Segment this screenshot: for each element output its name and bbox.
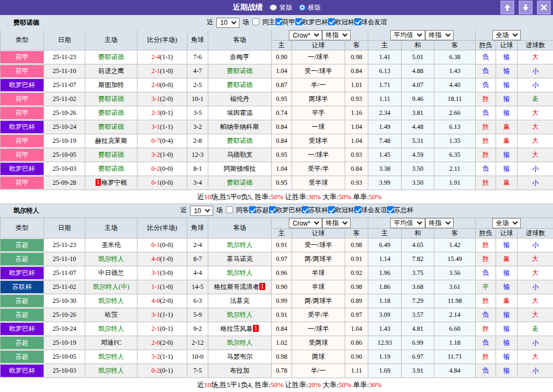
provider-select[interactable]: Crow*	[289, 30, 322, 40]
league-checkbox-0[interactable]	[249, 206, 256, 213]
result-handicap-cell: 输	[496, 266, 518, 280]
result-outcome-cell: 胜	[476, 92, 496, 106]
league-checkbox-5[interactable]	[387, 206, 394, 213]
date-cell: 25-10-05	[44, 350, 85, 364]
match-row: 荷甲25-11-10前进之鹰2-1(1-0)4-7费耶诺德1.04受一/球半0.…	[1, 64, 553, 78]
league-badge: 欧罗巴杯	[1, 267, 43, 279]
odds-home-cell: 0.95	[272, 176, 292, 190]
odds-home-cell: 1.04	[272, 64, 292, 78]
close-icon	[540, 4, 548, 11]
match-row: 苏超25-11-10凯尔特人4-0(1-0)8-7基马诺克0.97两/两球半0.…	[1, 252, 553, 266]
league-checkbox-3[interactable]	[354, 18, 361, 25]
sub-header-9: 主	[368, 229, 402, 238]
full-time-score: 2-3	[151, 109, 160, 117]
full-time-score: 3-1	[151, 95, 160, 103]
away-team-name: 奈梅亨	[230, 53, 250, 61]
provider-final-select[interactable]: 终指	[322, 218, 351, 228]
home-team-name: 凯尔特人	[98, 325, 124, 332]
odds-group-header: Crow*终指	[272, 218, 368, 229]
average-select[interactable]: 平均值	[390, 30, 425, 40]
radio-vertical-dot[interactable]	[270, 4, 277, 11]
match-row: 苏超25-11-23圣米伦0-1(0-0)2-4凯尔特人0.91受一/球半0.9…	[1, 238, 553, 252]
home-team-cell: 斯图加特	[85, 78, 137, 92]
close-button[interactable]	[537, 1, 551, 14]
scope-select[interactable]: 全场	[492, 218, 521, 228]
col-header-4: 角球	[187, 218, 208, 238]
scope-select-value: 全场	[496, 31, 509, 40]
odds-home-cell: 0.98	[272, 350, 292, 364]
match-row: 欧罗巴杯25-10-24费耶诺德3-1(1-1)3-2帕纳辛纳科斯0.84一球1…	[1, 120, 553, 134]
full-time-score: 0-2	[151, 165, 160, 172]
score-cell: 3-1(3-0)	[137, 266, 187, 280]
scope-select[interactable]: 全场	[492, 30, 521, 40]
league-cell: 荷甲	[1, 148, 44, 162]
summary-value: 30%	[308, 193, 321, 201]
score-cell: 3-1(1-1)	[137, 308, 187, 322]
radio-vertical[interactable]: 竖版	[270, 3, 293, 12]
odds-handicap-cell: 受平/半	[292, 162, 345, 176]
match-row: 荷甲25-09-281格罗宁根0-1(0-0)3-4费耶诺德0.95受半球0.9…	[1, 176, 553, 190]
odds-handicap-cell: 两球	[292, 350, 345, 364]
average-select[interactable]: 平均值	[390, 218, 425, 228]
league-checkbox-2[interactable]	[328, 18, 335, 25]
sub-header-14: 进球数	[518, 229, 553, 238]
league-badge: 荷甲	[1, 135, 43, 147]
provider-final-select[interactable]: 终指	[322, 30, 351, 40]
provider-final-select-value: 终指	[326, 219, 339, 228]
provider-select[interactable]: Crow*	[289, 218, 322, 228]
score-cell: 0-2(0-1)	[137, 364, 187, 378]
filter-controls: 近10场同主荷甲欧罗巴杯欧冠杯球会友谊	[0, 18, 553, 28]
league-checkbox-4[interactable]	[354, 206, 361, 213]
half-time-score: (0-4)	[160, 137, 173, 144]
half-time-score: (0-1)	[160, 367, 173, 374]
away-team-name: 格拉斯哥流浪者	[214, 283, 259, 291]
odds-home-cell: 0.91	[272, 238, 292, 252]
home-team-cell: 凯尔特人	[85, 322, 137, 336]
radio-horizontal[interactable]: 横版	[299, 3, 321, 12]
avg-away-cell: 6.13	[434, 120, 476, 134]
match-row: 荷甲25-10-26费耶诺德2-3(0-1)3-5埃因霍温0.74平手1.162…	[1, 106, 553, 120]
avg-draw-cell: 3.81	[402, 106, 434, 120]
average-final-select-value: 终指	[429, 219, 442, 228]
league-checkbox-1[interactable]	[269, 206, 276, 213]
league-cell: 欧罗巴杯	[1, 364, 44, 378]
sub-header-6: 主	[272, 41, 292, 50]
league-cell: 苏超	[1, 238, 44, 252]
full-time-score: 3-1	[151, 269, 160, 277]
result-outcome-cell: 负	[476, 162, 496, 176]
result-outcome-cell: 胜	[476, 148, 496, 162]
away-team-cell: 基马诺克	[208, 252, 272, 266]
half-time-score: (1-0)	[160, 67, 173, 75]
away-team-name: 帕纳辛纳科斯	[221, 123, 259, 130]
odds-handicap-cell: 一/球半	[292, 148, 345, 162]
move-down-button[interactable]	[519, 1, 533, 14]
odds-home-cell: 1.04	[272, 162, 292, 176]
caret-icon	[445, 32, 450, 37]
league-checkbox-3[interactable]	[328, 206, 335, 213]
league-cell: 苏联杯	[1, 280, 44, 294]
summary-line: 近10场,胜5平0负5, 胜率:50% 让胜率:30% 大率:50% 单率:50…	[0, 190, 553, 204]
league-checkbox-1[interactable]	[295, 18, 302, 25]
result-group-header: 全场	[476, 30, 553, 41]
league-checkbox-0[interactable]	[275, 18, 282, 25]
radio-horizontal-dot[interactable]	[299, 4, 305, 11]
avg-home-cell: 1.71	[368, 78, 402, 92]
games-count-select[interactable]: 10	[190, 206, 213, 216]
summary-text: 让胜率:	[283, 381, 308, 389]
average-final-select[interactable]: 终指	[425, 30, 454, 40]
half-time-score: (1-0)	[160, 283, 173, 291]
sub-header-6: 主	[272, 229, 292, 238]
sub-header-7: 让球	[292, 41, 345, 50]
corner-cell: 9-2	[187, 322, 208, 336]
average-final-select[interactable]: 终指	[425, 218, 454, 228]
games-count-select[interactable]: 10	[216, 18, 239, 28]
league-checkbox-2[interactable]	[302, 206, 309, 213]
same-venue-checkbox[interactable]	[252, 18, 259, 25]
filter-controls: 近10场同客苏超欧罗巴杯苏联杯欧冠杯球会友谊苏总杯	[0, 206, 553, 216]
full-time-score: 4-0	[151, 255, 160, 263]
league-badge: 欧罗巴杯	[1, 365, 43, 377]
move-up-button[interactable]	[500, 1, 514, 14]
home-team-cell: 费耶诺德	[85, 120, 137, 134]
same-venue-checkbox[interactable]	[226, 206, 233, 213]
odds-away-cell: 1.04	[345, 322, 368, 336]
